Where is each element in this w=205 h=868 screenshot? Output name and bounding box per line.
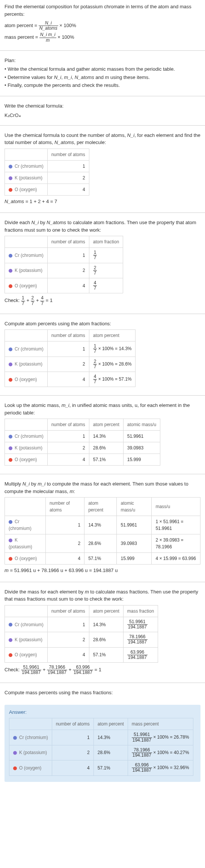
- num: 2: [93, 266, 97, 271]
- col-atoms: number of atoms: [52, 718, 93, 730]
- element-name: K (potassium): [15, 361, 42, 367]
- divider: [0, 212, 205, 213]
- var: N_atoms: [75, 74, 94, 80]
- col-pct: atom percent: [84, 498, 117, 516]
- den: 7: [93, 364, 97, 369]
- table-header-row: number of atomsatom percentatomic mass/u…: [5, 498, 200, 516]
- table-row: Cr (chromium)114.3%51.99611 × 51.9961 = …: [5, 516, 200, 534]
- op: +: [69, 667, 73, 672]
- den: 7: [93, 255, 97, 260]
- cell: 14.3%: [84, 516, 117, 534]
- den: 7: [21, 301, 25, 306]
- table-row: O (oxygen)457.1%63.996194.1887: [5, 647, 158, 662]
- numerator: N_i m_i: [39, 32, 56, 38]
- cell: 51.9961: [117, 516, 152, 534]
- section-head: Use the chemical formula to count the nu…: [5, 132, 200, 146]
- table-row: Cr (chromium)1: [5, 160, 89, 172]
- fraction: N_i m_i m: [39, 32, 56, 42]
- times-100: × 100%: [59, 23, 76, 28]
- cell: 57.1%: [89, 647, 123, 662]
- var: m_i: [62, 402, 69, 408]
- cell: 39.0983: [117, 534, 152, 553]
- plan-section: Plan: • Write the chemical formula and g…: [0, 54, 205, 93]
- table-header-row: number of atomsatom percent: [5, 330, 136, 341]
- result: = 1: [95, 667, 101, 672]
- var: N_i: [127, 132, 135, 138]
- table-header-row: number of atomsatom percentmass percent: [9, 718, 193, 730]
- element-name: K (potassium): [19, 750, 47, 755]
- text: by: [30, 481, 38, 487]
- problem-statement: Find the elemental composition for potas…: [0, 0, 205, 47]
- var: m: [69, 489, 74, 494]
- num: 63.996: [73, 665, 93, 670]
- element-name: O (oxygen): [15, 187, 37, 192]
- cell: 4 × 15.999 = 63.996: [152, 553, 200, 565]
- plan-item: • Determine values for N_i, m_i, N_atoms…: [5, 74, 200, 81]
- atom-percent-section: Compute atom percents using the atom fra…: [0, 317, 205, 393]
- problem-title: Find the elemental composition for potas…: [5, 3, 200, 18]
- text: Use the chemical formula to count the nu…: [5, 132, 127, 138]
- col-pct: atom percent: [93, 718, 128, 730]
- num: 63.996: [132, 763, 152, 768]
- mass-percent-formula: mass percent = N_i m_i m × 100%: [5, 32, 200, 42]
- text: Multiply: [5, 481, 23, 487]
- element-dot-icon: [9, 520, 12, 524]
- table-header-row: number of atoms: [5, 149, 89, 160]
- divider: [0, 582, 205, 582]
- element-dot-icon: [9, 557, 12, 561]
- element-dot-icon: [9, 623, 12, 627]
- cell: 4: [45, 553, 84, 565]
- element-name: O (oxygen): [15, 457, 37, 462]
- numerator: N_i: [39, 21, 58, 26]
- den: 194.1887: [47, 670, 67, 675]
- cell: 28.6%: [93, 745, 128, 760]
- num: 4: [40, 296, 44, 301]
- num: 63.996: [127, 650, 148, 655]
- var: N_atoms: [47, 220, 66, 225]
- atomic-mass-table: number of atomsatom percentatomic mass/u…: [5, 419, 160, 466]
- cell: 2: [47, 357, 89, 372]
- answer-section: Answer: number of atomsatom percentmass …: [0, 702, 205, 785]
- answer-table: number of atomsatom percentmass percent …: [9, 718, 193, 775]
- text: , per molecule:: [74, 140, 106, 145]
- denominator: m: [39, 38, 56, 43]
- section-head: Multiply N_i by m_i to compute the mass …: [5, 480, 200, 495]
- den: 194.1887: [127, 640, 148, 645]
- element-dot-icon: [9, 254, 12, 258]
- num: 78.1966: [47, 665, 67, 670]
- num: 51.9961: [132, 732, 152, 737]
- var: m: [5, 568, 9, 573]
- chemical-formula: K₂CrO₄: [5, 112, 200, 119]
- table-row: K (potassium)227 × 100% = 28.6%: [5, 357, 136, 372]
- col-mass: atomic mass/u: [123, 419, 160, 431]
- rest: × 100% = 26.78%: [152, 734, 189, 740]
- section-head: Write the chemical formula:: [5, 102, 200, 110]
- col-atoms: number of atoms: [47, 605, 89, 617]
- cell: 17 × 100% = 14.3%: [89, 341, 136, 357]
- col-atoms: number of atoms: [47, 330, 89, 341]
- text: :: [74, 489, 75, 494]
- num: 1: [93, 344, 97, 349]
- cell: 4: [47, 184, 89, 195]
- element-dot-icon: [9, 363, 12, 366]
- section-head: Compute atom percents using the atom fra…: [5, 320, 200, 328]
- cell: 1: [47, 248, 89, 263]
- divider: [0, 395, 205, 396]
- check-equation: Check: 51.9961194.1887 + 78.1966194.1887…: [5, 665, 200, 675]
- text: Look up the atomic mass,: [5, 402, 62, 408]
- cell: 15.999: [117, 553, 152, 565]
- cell: 63.996194.1887 × 100% = 32.96%: [128, 760, 193, 775]
- element-name: O (oxygen): [15, 652, 37, 657]
- formula-section: Write the chemical formula: K₂CrO₄: [0, 99, 205, 122]
- multiply-section: Multiply N_i by m_i to compute the mass …: [0, 477, 205, 579]
- cell: 4: [52, 760, 93, 775]
- atom-fraction-table: number of atomsatom fraction Cr (chromiu…: [5, 236, 123, 293]
- table-row: Cr (chromium)114.3%51.9961: [5, 431, 160, 442]
- element-name: Cr (chromium): [15, 164, 44, 169]
- answer-label: Answer:: [9, 709, 196, 716]
- num: 4: [93, 281, 97, 286]
- col-mass: mass/u: [152, 498, 200, 516]
- m-sum: m = 51.9961 u + 78.1966 u + 63.996 u = 1…: [5, 567, 200, 574]
- cell: 39.0983: [123, 442, 160, 454]
- element-name: O (oxygen): [15, 377, 37, 382]
